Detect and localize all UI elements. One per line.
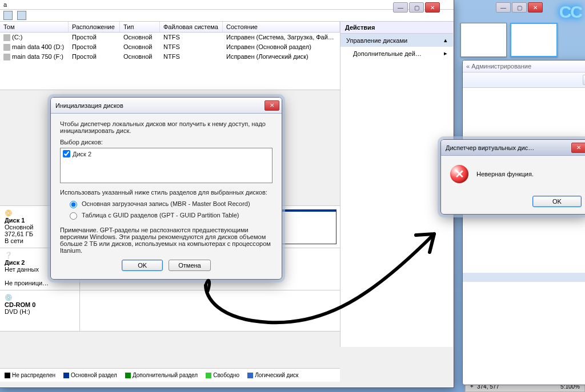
vol-fs: NTFS [160,43,223,51]
thumbnail-1[interactable] [460,23,507,57]
breadcrumb-text: а [3,1,7,8]
bg2-close[interactable]: ✕ [528,2,543,13]
radio-gpt[interactable]: Таблица с GUID разделов (GPT - GUID Part… [60,209,273,221]
volume-row[interactable]: main data 400 (D:) Простой Основной NTFS… [0,42,340,52]
legend: Не распределен Основной раздел Дополните… [0,368,340,382]
explorer-toolbar: ≣ ▭ ? [463,72,585,88]
legend-label: Не распределен [12,372,55,378]
mbr-radio[interactable] [70,201,77,208]
disk-size: 372,61 ГБ [5,231,33,237]
list-item[interactable]: 2 КБ [463,236,585,245]
action-label: Дополнительные дей… [353,50,422,57]
vol-layout: Простой [69,52,120,61]
list-item[interactable]: 2 КБ [463,273,585,282]
actions-header: Действия [340,22,453,34]
actions-pane: Действия Управление дисками ▴ Дополнител… [340,22,453,347]
error-title: Диспетчер виртуальных дис… [446,144,534,151]
dialog-lead: Чтобы диспетчер локальных дисков мог пол… [60,120,273,134]
legend-label: Основной раздел [71,372,117,378]
address-bar[interactable]: « Администрирование [463,60,585,72]
error-message: Неверная функция. [476,171,534,177]
legend-swatch-extended [125,373,131,378]
radio-label: Основная загрузочная запись (MBR - Maste… [82,200,250,207]
legend-swatch-free [206,373,211,378]
legend-swatch-logical [247,373,253,378]
toolbar-icon-2[interactable] [17,11,26,20]
list-item[interactable]: 2 КБ [463,282,585,291]
vol-type: Основной [120,33,160,42]
list-item[interactable]: 2 КБ [463,254,585,264]
view-icon[interactable]: ≣ [583,75,585,85]
chevron-up-icon: ▴ [444,37,447,44]
disk-kind: Основной [5,224,33,231]
list-item[interactable]: 2 КБ [463,264,585,273]
bg2-minimize[interactable]: — [496,2,511,13]
vol-fs: NTFS [160,52,223,61]
initialize-disk-dialog: Инициализация дисков ✕ Чтобы диспетчер л… [50,97,282,280]
vol-type: Основной [120,52,160,61]
volume-icon [3,34,10,41]
vol-type: Основной [120,43,160,51]
disk2-checkbox[interactable] [63,150,70,157]
bg-close[interactable]: ✕ [425,2,440,13]
list-item[interactable]: 2 КБ [463,227,585,236]
disk-item-label: Диск 2 [73,151,91,157]
legend-label: Логический диск [255,372,298,378]
bg2-maximize[interactable]: ▢ [512,2,527,13]
disk-name: CD-ROM 0 [5,301,75,308]
vol-fs: NTFS [160,33,223,42]
radio-label: Таблица с GUID разделов (GPT - GUID Part… [82,212,239,219]
select-disks-label: Выбор дисков: [60,139,273,146]
disk-checkbox-row[interactable]: Диск 2 [62,149,271,158]
legend-swatch-unallocated [5,373,10,378]
toolbar [0,10,454,22]
col-type[interactable]: Тип [120,22,160,32]
disk-row[interactable]: 💿CD-ROM 0 DVD (H:) [0,290,340,332]
disk-kind: DVD (H:) [5,308,30,315]
col-layout[interactable]: Расположение [69,22,120,32]
volume-row[interactable]: main data 750 (F:) Простой Основной NTFS… [0,52,340,62]
volume-row[interactable]: (C:) Простой Основной NTFS Исправен (Сис… [0,33,340,42]
app-logo: CC [559,2,582,22]
vol-status: Исправен (Система, Загрузка, Фай… [223,33,340,42]
disk-kind: Нет данных [5,266,39,273]
action-more[interactable]: Дополнительные дей… ▸ [340,47,453,60]
partition-style-label: Использовать указанный ниже стиль раздел… [60,189,273,196]
col-volume[interactable]: Том [0,22,69,32]
legend-label: Свободно [213,372,239,378]
vol-layout: Простой [69,43,120,51]
volume-table: Том Расположение Тип Файловая система Со… [0,22,340,90]
chevron-right-icon: ▸ [444,50,447,57]
disk-state: В сети [5,237,23,244]
dialog-note: Примечание. GPT-разделы не распознаются … [60,227,273,254]
thumbnail-2[interactable] [510,23,558,57]
radio-mbr[interactable]: Основная загрузочная запись (MBR - Maste… [60,198,273,209]
volume-icon [3,44,10,51]
vol-status: Исправен (Логический диск) [223,52,340,61]
bg-minimize[interactable]: — [393,2,408,13]
disk-state: Не проиници… [5,280,49,286]
close-icon[interactable]: ✕ [571,143,585,153]
error-ok-button[interactable]: OK [532,196,582,207]
gpt-radio[interactable] [70,212,77,220]
bg-maximize[interactable]: ▢ [409,2,424,13]
col-fs[interactable]: Файловая система [160,22,223,32]
col-status[interactable]: Состояние [223,22,340,32]
disk-select-list[interactable]: Диск 2 [60,148,273,183]
action-disk-management[interactable]: Управление дисками ▴ [340,34,453,47]
cancel-button[interactable]: Отмена [169,260,210,271]
toolbar-icon-1[interactable] [3,11,13,20]
action-label: Управление дисками [346,37,407,44]
ok-button[interactable]: OK [122,260,163,271]
legend-swatch-primary [63,373,69,378]
breadcrumb-bar: а [0,0,454,10]
list-item[interactable]: 2 КБ [463,245,585,254]
volume-icon [3,54,10,60]
vol-name: main data 750 (F:) [12,53,63,60]
error-dialog: Диспетчер виртуальных дис… ✕ ✕ Неверная … [440,139,585,215]
taskbar-thumbnails [460,23,558,57]
legend-label: Дополнительный раздел [133,372,198,378]
vol-layout: Простой [69,33,120,42]
vol-status: Исправен (Основной раздел) [223,43,340,51]
close-icon[interactable]: ✕ [265,100,279,111]
